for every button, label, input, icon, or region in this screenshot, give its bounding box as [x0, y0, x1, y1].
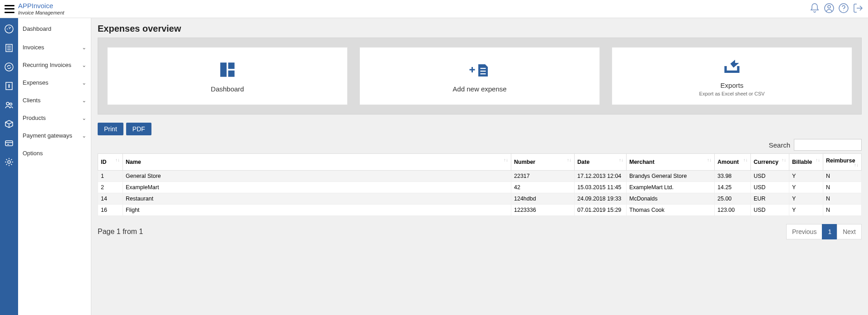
svg-point-6 — [5, 63, 13, 71]
svg-point-8 — [6, 102, 9, 105]
expenses-table: ID↑↓ Name↑↓ Number↑↓ Date↑↓ Merchant↑↓ A… — [98, 153, 862, 216]
card-label: Add new expense — [453, 85, 506, 93]
table-row[interactable]: 1General Store2231717.12.2013 12:04Brand… — [98, 171, 862, 182]
cell-currency: USD — [751, 182, 789, 193]
sidebar-item-recurring[interactable]: Recurring Invoices ⌄ — [18, 56, 91, 74]
recurring-rail-icon[interactable] — [4, 62, 14, 72]
brand[interactable]: APPInvoice Invoice Management — [18, 2, 64, 15]
col-currency[interactable]: Currency↑↓ — [751, 154, 789, 171]
cell-id: 2 — [98, 182, 123, 193]
svg-rect-15 — [478, 64, 488, 76]
svg-point-9 — [10, 103, 12, 105]
sidebar-item-payment[interactable]: Payment gateways ⌄ — [18, 127, 91, 144]
cell-reimburse: N — [823, 171, 862, 182]
sort-icon: ↑↓ — [619, 159, 623, 162]
cell-date: 17.12.2013 12:04 — [575, 171, 627, 182]
cell-name: ExampleMart — [123, 182, 511, 193]
table-row[interactable]: 16Flight122333607.01.2019 15:29Thomas Co… — [98, 205, 862, 216]
cell-name: Flight — [123, 205, 511, 216]
invoices-rail-icon[interactable] — [4, 43, 14, 53]
export-icon — [722, 56, 741, 76]
print-button[interactable]: Print — [98, 123, 123, 135]
grid-icon — [218, 60, 237, 80]
products-rail-icon[interactable] — [4, 119, 14, 129]
pdf-button[interactable]: PDF — [126, 123, 151, 135]
sort-icon: ↑↓ — [782, 159, 786, 162]
col-number[interactable]: Number↑↓ — [511, 154, 575, 171]
card-exports[interactable]: Exports Export as Excel sheet or CSV — [612, 47, 852, 105]
card-add-expense[interactable]: Add new expense — [359, 47, 600, 105]
add-document-icon — [467, 60, 492, 80]
col-date[interactable]: Date↑↓ — [575, 154, 627, 171]
expenses-rail-icon[interactable] — [4, 81, 14, 91]
top-header: APPInvoice Invoice Management — [0, 0, 868, 18]
cell-name: General Store — [123, 171, 511, 182]
menu-toggle-icon[interactable] — [5, 5, 14, 13]
payment-rail-icon[interactable] — [4, 138, 14, 148]
cell-merchant: Brandys General Store — [627, 171, 715, 182]
sort-icon: ↑↓ — [816, 159, 820, 162]
cell-number: 1223336 — [511, 205, 575, 216]
cell-reimburse: N — [823, 182, 862, 193]
sidebar-item-invoices[interactable]: Invoices ⌄ — [18, 38, 91, 56]
sort-icon: ↑↓ — [115, 159, 120, 162]
col-merchant[interactable]: Merchant↑↓ — [627, 154, 715, 171]
sidebar-item-products[interactable]: Products ⌄ — [18, 109, 91, 127]
chevron-down-icon: ⌄ — [82, 115, 86, 121]
cell-billable: Y — [789, 205, 823, 216]
user-icon[interactable] — [824, 3, 835, 15]
sidebar-item-label: Options — [23, 150, 43, 157]
card-label: Dashboard — [211, 85, 244, 93]
cell-merchant: McDonalds — [627, 193, 715, 205]
options-rail-icon[interactable] — [4, 157, 14, 167]
sidebar-item-label: Expenses — [23, 79, 48, 86]
logout-icon[interactable] — [853, 3, 863, 15]
card-label: Exports — [721, 81, 744, 89]
sort-icon: ↑↓ — [743, 159, 748, 162]
cards-row: Dashboard Add new expense Exports Export… — [98, 38, 862, 115]
search-input[interactable] — [794, 139, 862, 151]
search-row: Search — [98, 139, 862, 151]
sidebar-item-label: Recurring Invoices — [23, 62, 71, 68]
cell-date: 24.09.2018 19:33 — [575, 193, 627, 205]
action-row: Print PDF — [98, 123, 862, 135]
cell-id: 16 — [98, 205, 123, 216]
chevron-down-icon: ⌄ — [82, 44, 86, 51]
page-title: Expenses overview — [98, 24, 862, 34]
cell-amount: 14.25 — [715, 182, 751, 193]
cell-merchant: ExampleMart Ltd. — [627, 182, 715, 193]
sidebar-item-label: Dashboard — [23, 25, 52, 32]
cell-amount: 123.00 — [715, 205, 751, 216]
cell-name: Restaurant — [123, 193, 511, 205]
sidebar-item-options[interactable]: Options — [18, 144, 91, 162]
col-id[interactable]: ID↑↓ — [98, 154, 123, 171]
bell-icon[interactable] — [809, 3, 820, 15]
sort-icon: ↑↓ — [707, 159, 712, 162]
clients-rail-icon[interactable] — [4, 100, 14, 110]
card-dashboard[interactable]: Dashboard — [107, 47, 348, 105]
chevron-down-icon: ⌄ — [82, 97, 86, 104]
col-name[interactable]: Name↑↓ — [123, 154, 511, 171]
sidebar-item-expenses[interactable]: Expenses ⌄ — [18, 74, 91, 91]
cell-reimburse: N — [823, 193, 862, 205]
sidebar-item-dashboard[interactable]: Dashboard — [18, 22, 91, 38]
col-billable[interactable]: Billable↑↓ — [789, 154, 823, 171]
help-icon[interactable] — [838, 3, 849, 15]
cell-amount: 25.00 — [715, 193, 751, 205]
pager-page-1[interactable]: 1 — [822, 224, 837, 239]
col-reimburse[interactable]: Reimburse↑↓ — [823, 154, 862, 171]
table-row[interactable]: 14Restaurant124hdbd24.09.2018 19:33McDon… — [98, 193, 862, 205]
sidebar-item-clients[interactable]: Clients ⌄ — [18, 91, 91, 109]
pager-previous[interactable]: Previous — [786, 224, 822, 239]
sidebar-item-label: Payment gateways — [23, 132, 72, 139]
table-row[interactable]: 2ExampleMart4215.03.2015 11:45ExampleMar… — [98, 182, 862, 193]
pager-next[interactable]: Next — [837, 224, 862, 239]
col-amount[interactable]: Amount↑↓ — [715, 154, 751, 171]
cell-currency: USD — [751, 205, 789, 216]
page-info: Page 1 from 1 — [98, 228, 143, 236]
card-sublabel: Export as Excel sheet or CSV — [699, 91, 765, 96]
sidebar-item-label: Clients — [23, 97, 41, 104]
dashboard-rail-icon[interactable] — [4, 24, 14, 34]
cell-number: 124hdbd — [511, 193, 575, 205]
cell-billable: Y — [789, 182, 823, 193]
